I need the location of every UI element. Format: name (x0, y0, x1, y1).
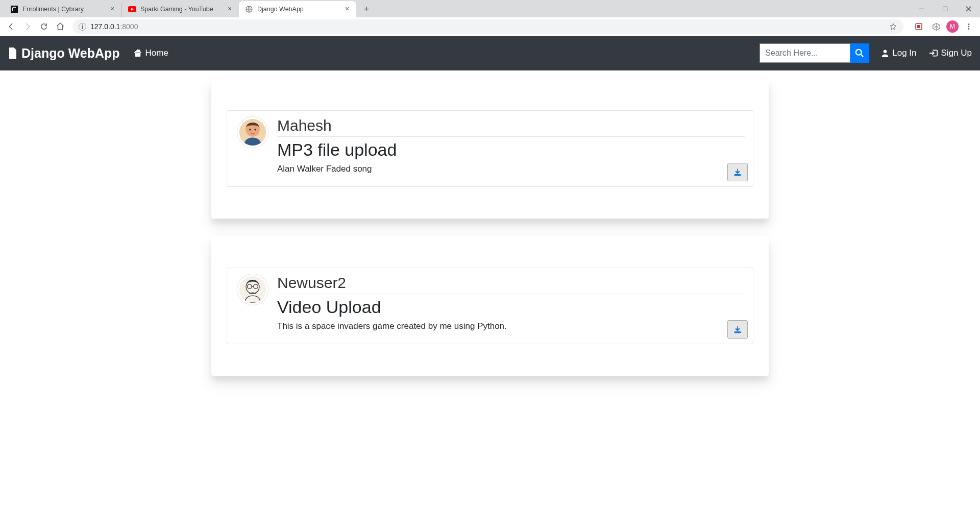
download-icon (733, 168, 742, 176)
signin-icon (929, 49, 938, 57)
extension-icon[interactable] (912, 19, 926, 34)
nav-home[interactable]: Home (133, 48, 168, 58)
tab-title: Sparki Gaming - YouTube (140, 6, 223, 13)
svg-point-11 (968, 28, 970, 30)
user-icon (881, 49, 889, 57)
profile-avatar[interactable]: M (946, 20, 959, 33)
close-window-button[interactable] (957, 0, 980, 17)
browser-tab-strip: Enrollments | Cybrary × Sparki Gaming - … (0, 0, 980, 17)
tab-close-icon[interactable]: × (108, 5, 116, 13)
window-controls (910, 0, 980, 17)
svg-point-9 (968, 23, 970, 25)
back-button[interactable] (4, 19, 18, 34)
search-input[interactable] (760, 43, 850, 63)
url-text: 127.0.0.1:8000 (90, 22, 138, 31)
reload-button[interactable] (37, 19, 51, 34)
browser-tab-active[interactable]: Django WebApp × (239, 1, 356, 17)
browser-tab[interactable]: Sparki Gaming - YouTube × (121, 1, 239, 17)
svg-rect-8 (917, 25, 920, 28)
tab-close-icon[interactable]: × (343, 5, 351, 13)
nav-login[interactable]: Log In (881, 48, 916, 58)
brand[interactable]: Django WebApp (8, 46, 120, 61)
tab-title: Django WebApp (257, 6, 340, 13)
download-button[interactable] (727, 320, 748, 339)
home-button[interactable] (53, 19, 67, 34)
bookmark-star-icon[interactable] (889, 22, 897, 31)
extension-icon[interactable] (929, 19, 943, 34)
svg-point-12 (856, 50, 862, 55)
home-icon (133, 49, 142, 57)
address-bar[interactable]: i 127.0.0.1:8000 (72, 19, 903, 34)
tab-close-icon[interactable]: × (226, 5, 234, 13)
svg-rect-0 (11, 6, 18, 13)
svg-point-18 (254, 129, 256, 130)
favicon-globe-icon (245, 5, 253, 13)
search-button[interactable] (850, 43, 869, 63)
tab-title: Enrollments | Cybrary (22, 6, 105, 13)
new-tab-button[interactable]: + (359, 2, 374, 16)
content-container: Mahesh MP3 file upload Alan Walker Faded… (211, 70, 769, 495)
search-icon (855, 49, 864, 58)
post-card: Mahesh MP3 file upload Alan Walker Faded… (211, 79, 769, 219)
svg-point-17 (249, 129, 251, 130)
forward-button[interactable] (20, 19, 35, 34)
post-username[interactable]: Mahesh (277, 117, 745, 134)
search-form (760, 43, 869, 63)
favicon-cybrary-icon (10, 5, 18, 13)
file-icon (8, 47, 17, 59)
post-description: This is a space invaders game created by… (277, 321, 745, 331)
post: Newuser2 Video Upload This is a space in… (227, 268, 753, 344)
browser-tab[interactable]: Enrollments | Cybrary × (4, 1, 121, 17)
kebab-menu-icon[interactable] (962, 19, 976, 34)
post-title[interactable]: MP3 file upload (277, 140, 745, 160)
avatar[interactable] (237, 274, 268, 305)
svg-point-14 (884, 50, 887, 53)
post: Mahesh MP3 file upload Alan Walker Faded… (227, 110, 753, 187)
svg-rect-4 (943, 7, 947, 11)
divider (277, 294, 745, 294)
maximize-button[interactable] (933, 0, 957, 17)
divider (277, 136, 745, 137)
post-username[interactable]: Newuser2 (277, 274, 745, 292)
post-title[interactable]: Video Upload (277, 297, 745, 317)
favicon-youtube-icon (128, 5, 136, 13)
app-navbar: Django WebApp Home Log In (0, 36, 980, 70)
svg-line-13 (861, 55, 864, 57)
download-button[interactable] (727, 163, 748, 181)
browser-toolbar: i 127.0.0.1:8000 M (0, 17, 980, 36)
avatar[interactable] (237, 117, 268, 148)
download-icon (733, 325, 742, 333)
post-card: Newuser2 Video Upload This is a space in… (211, 236, 769, 376)
nav-signup[interactable]: Sign Up (929, 48, 972, 58)
post-description: Alan Walker Faded song (277, 164, 745, 174)
svg-point-10 (968, 26, 970, 28)
site-info-icon[interactable]: i (79, 23, 86, 31)
page-viewport: Django WebApp Home Log In (0, 36, 980, 526)
brand-text: Django WebApp (21, 46, 120, 61)
minimize-button[interactable] (910, 0, 933, 17)
